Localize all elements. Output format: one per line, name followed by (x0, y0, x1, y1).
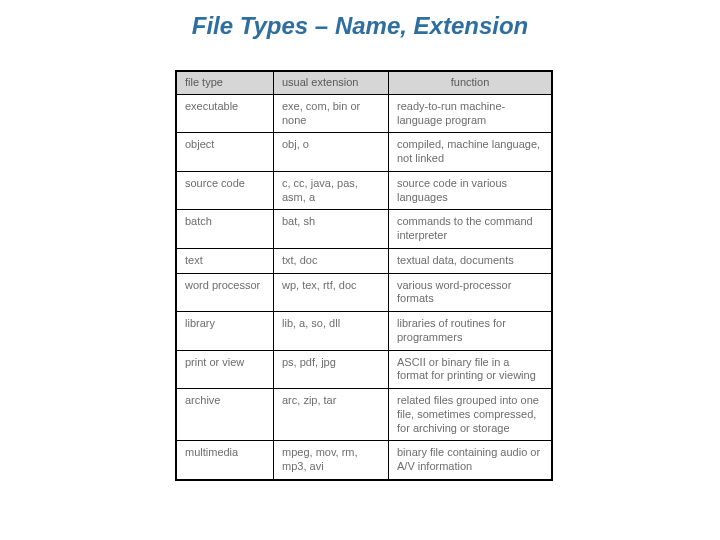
header-usual-extension: usual extension (274, 71, 389, 94)
cell-func: source code in various languages (389, 171, 553, 210)
cell-func: libraries of routines for programmers (389, 312, 553, 351)
cell-func: ASCII or binary file in a format for pri… (389, 350, 553, 389)
cell-type: library (176, 312, 274, 351)
file-types-table-container: file type usual extension function execu… (175, 70, 553, 481)
cell-ext: exe, com, bin or none (274, 94, 389, 133)
cell-ext: ps, pdf, jpg (274, 350, 389, 389)
cell-type: source code (176, 171, 274, 210)
header-file-type: file type (176, 71, 274, 94)
cell-type: text (176, 248, 274, 273)
cell-ext: mpeg, mov, rm, mp3, avi (274, 441, 389, 480)
table-row: archive arc, zip, tar related files grou… (176, 389, 552, 441)
cell-type: batch (176, 210, 274, 249)
table-row: batch bat, sh commands to the command in… (176, 210, 552, 249)
file-types-table: file type usual extension function execu… (175, 70, 553, 481)
cell-ext: bat, sh (274, 210, 389, 249)
table-row: source code c, cc, java, pas, asm, a sou… (176, 171, 552, 210)
cell-ext: arc, zip, tar (274, 389, 389, 441)
cell-func: compiled, machine language, not linked (389, 133, 553, 172)
cell-type: executable (176, 94, 274, 133)
table-row: word processor wp, tex, rtf, doc various… (176, 273, 552, 312)
cell-func: various word-processor formats (389, 273, 553, 312)
cell-type: word processor (176, 273, 274, 312)
table-row: multimedia mpeg, mov, rm, mp3, avi binar… (176, 441, 552, 480)
cell-ext: c, cc, java, pas, asm, a (274, 171, 389, 210)
cell-ext: txt, doc (274, 248, 389, 273)
table-row: executable exe, com, bin or none ready-t… (176, 94, 552, 133)
table-row: print or view ps, pdf, jpg ASCII or bina… (176, 350, 552, 389)
cell-ext: lib, a, so, dll (274, 312, 389, 351)
cell-type: multimedia (176, 441, 274, 480)
cell-type: object (176, 133, 274, 172)
cell-func: related files grouped into one file, som… (389, 389, 553, 441)
page-title: File Types – Name, Extension (0, 12, 720, 40)
cell-ext: wp, tex, rtf, doc (274, 273, 389, 312)
table-row: library lib, a, so, dll libraries of rou… (176, 312, 552, 351)
cell-ext: obj, o (274, 133, 389, 172)
table-header-row: file type usual extension function (176, 71, 552, 94)
header-function: function (389, 71, 553, 94)
table-row: text txt, doc textual data, documents (176, 248, 552, 273)
table-row: object obj, o compiled, machine language… (176, 133, 552, 172)
cell-type: print or view (176, 350, 274, 389)
cell-type: archive (176, 389, 274, 441)
cell-func: commands to the command interpreter (389, 210, 553, 249)
slide: File Types – Name, Extension file type u… (0, 0, 720, 540)
cell-func: ready-to-run machine-language program (389, 94, 553, 133)
cell-func: textual data, documents (389, 248, 553, 273)
cell-func: binary file containing audio or A/V info… (389, 441, 553, 480)
